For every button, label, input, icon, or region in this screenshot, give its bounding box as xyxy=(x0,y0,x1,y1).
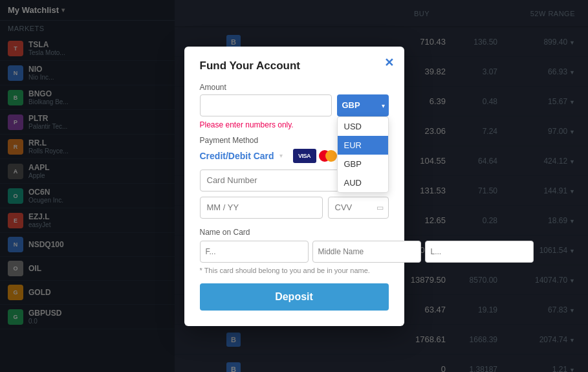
expiry-input[interactable] xyxy=(200,197,323,219)
currency-option-gbp[interactable]: GBP xyxy=(338,155,388,173)
deposit-button[interactable]: Deposit xyxy=(200,283,389,311)
currency-selector-wrapper: GBP USD EUR AUD ▾ USD EUR GBP AUD xyxy=(337,94,389,116)
currency-option-usd[interactable]: USD xyxy=(338,117,388,136)
card-disclaimer: * This card should belong to you and be … xyxy=(200,267,389,274)
visa-icon: VISA xyxy=(293,149,316,163)
currency-option-eur[interactable]: EUR xyxy=(338,136,388,155)
mastercard-icon xyxy=(319,150,337,162)
currency-option-aud[interactable]: AUD xyxy=(338,173,388,192)
amount-label: Amount xyxy=(200,83,389,92)
name-inputs-row xyxy=(200,241,389,263)
currency-select[interactable]: GBP USD EUR AUD xyxy=(337,94,389,116)
amount-row: GBP USD EUR AUD ▾ USD EUR GBP AUD xyxy=(200,94,389,116)
cvv-wrapper: ▭ xyxy=(328,197,389,219)
middle-name-input[interactable] xyxy=(312,241,421,263)
last-name-input[interactable] xyxy=(425,241,534,263)
modal-overlay: Fund Your Account ✕ Amount GBP USD EUR A… xyxy=(0,0,588,372)
fund-account-modal: Fund Your Account ✕ Amount GBP USD EUR A… xyxy=(184,47,404,326)
card-back-icon: ▭ xyxy=(376,203,384,212)
expiry-cvv-row: ▭ xyxy=(200,197,389,219)
payment-method-chevron-icon: ▾ xyxy=(279,152,283,159)
close-button[interactable]: ✕ xyxy=(384,56,394,70)
name-on-card-label: Name on Card xyxy=(200,228,389,237)
payment-method-text[interactable]: Credit/Debit Card xyxy=(200,151,274,161)
modal-title: Fund Your Account xyxy=(200,60,389,72)
amount-input[interactable] xyxy=(200,94,332,116)
first-name-input[interactable] xyxy=(200,241,309,263)
currency-dropdown: USD EUR GBP AUD xyxy=(337,116,389,193)
